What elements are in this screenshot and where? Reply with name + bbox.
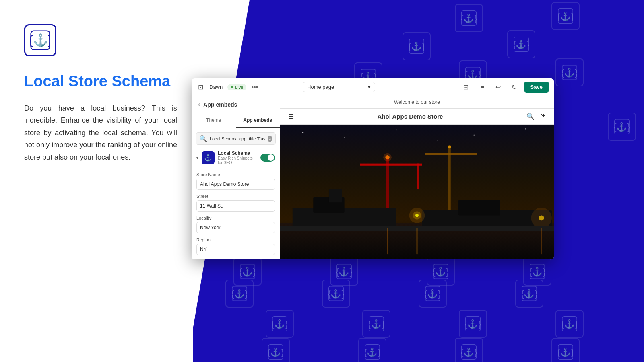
svg-point-54 bbox=[344, 137, 345, 138]
search-input[interactable] bbox=[210, 136, 265, 141]
sidebar-header: ‹ App embeds bbox=[192, 96, 280, 113]
app-embed-item: ▾ ⚓ Local Schema Easy Rich Snippets for … bbox=[192, 147, 280, 168]
night-scene-svg bbox=[280, 125, 554, 259]
anchor-pattern-icon: {⚓} bbox=[555, 310, 584, 338]
locality-input[interactable] bbox=[196, 222, 275, 233]
store-name-input[interactable] bbox=[196, 179, 275, 190]
svg-rect-67 bbox=[329, 189, 342, 202]
topbar-actions: ⊞ 🖥 ↩ ↻ Save bbox=[460, 81, 549, 94]
store-name-label: Store Name bbox=[196, 172, 275, 177]
search-icon[interactable]: 🔍 bbox=[526, 113, 535, 120]
sidebar-title: App embeds bbox=[203, 101, 237, 108]
page-selector[interactable]: Home page ▾ bbox=[303, 82, 375, 92]
svg-point-77 bbox=[539, 215, 544, 220]
search-icon: 🔍 bbox=[199, 135, 207, 142]
svg-text:{⚓}: {⚓} bbox=[514, 39, 529, 50]
editor-mockup: ⊡ Dawn Live ••• Home page ▾ ⊞ 🖥 ↩ ↻ Save… bbox=[192, 78, 554, 259]
svg-text:{⚓}: {⚓} bbox=[328, 289, 344, 299]
search-clear-button[interactable]: ✕ bbox=[268, 136, 272, 142]
app-icon: ⚓ bbox=[202, 151, 215, 164]
preview-nav: ☰ Ahoi Apps Demo Store 🔍 🛍 bbox=[280, 109, 554, 125]
street-label: Street bbox=[196, 194, 275, 199]
anchor-pattern-icon: {⚓} bbox=[455, 4, 483, 32]
save-button[interactable]: Save bbox=[524, 82, 549, 93]
svg-text:{⚓}: {⚓} bbox=[369, 319, 384, 329]
editor-topbar: ⊡ Dawn Live ••• Home page ▾ ⊞ 🖥 ↩ ↻ Save bbox=[192, 78, 554, 96]
back-arrow-icon[interactable]: ‹ bbox=[198, 101, 200, 108]
svg-text:{⚓}: {⚓} bbox=[562, 319, 577, 329]
more-options-button[interactable]: ••• bbox=[251, 84, 258, 91]
page-description: Do you have a local business? This is in… bbox=[24, 102, 177, 164]
live-label: Live bbox=[235, 85, 243, 90]
expand-arrow-icon[interactable]: ▾ bbox=[196, 156, 198, 160]
theme-name: Dawn bbox=[209, 84, 223, 90]
anchor-pattern-icon: {⚓} bbox=[225, 280, 254, 308]
editor-body: ‹ App embeds Theme App embeds 🔍 ✕ ▾ bbox=[192, 96, 554, 259]
anchor-pattern-icon: {⚓} bbox=[402, 32, 431, 60]
left-section: {⚓} Local Store Schema Do you have a loc… bbox=[0, 0, 193, 362]
svg-rect-69 bbox=[458, 200, 500, 216]
anchor-pattern-icon: {⚓} bbox=[459, 310, 487, 338]
svg-text:{⚓}: {⚓} bbox=[614, 122, 630, 132]
anchor-pattern-icon: {⚓} bbox=[555, 58, 584, 86]
svg-point-57 bbox=[525, 128, 526, 130]
svg-rect-62 bbox=[417, 164, 419, 189]
svg-text:{⚓}: {⚓} bbox=[530, 267, 545, 277]
hamburger-icon: ☰ bbox=[288, 113, 294, 120]
svg-point-71 bbox=[383, 153, 392, 162]
form-section: Store Name Street Locality Region bbox=[192, 168, 280, 255]
anchor-pattern-icon: {⚓} bbox=[455, 338, 483, 362]
svg-text:{⚓}: {⚓} bbox=[365, 347, 380, 358]
anchor-pattern-icon: {⚓} bbox=[358, 338, 386, 362]
logo-icon: {⚓} bbox=[30, 30, 50, 50]
svg-point-53 bbox=[302, 132, 303, 133]
anchor-pattern-icon: {⚓} bbox=[608, 113, 636, 141]
undo-button[interactable]: ↩ bbox=[492, 81, 505, 94]
svg-text:{⚓}: {⚓} bbox=[232, 289, 247, 299]
preview-store-name: Ahoi Apps Demo Store bbox=[378, 113, 443, 120]
street-input[interactable] bbox=[196, 200, 275, 212]
sidebar-tabs: Theme App embeds bbox=[192, 113, 280, 128]
svg-point-59 bbox=[437, 140, 438, 140]
anchor-pattern-icon: {⚓} bbox=[507, 30, 535, 58]
app-name: Local Schema bbox=[218, 150, 257, 156]
svg-text:{⚓}: {⚓} bbox=[240, 267, 255, 277]
bag-icon[interactable]: 🛍 bbox=[539, 113, 546, 120]
region-input[interactable] bbox=[196, 244, 275, 255]
svg-text:{⚓}: {⚓} bbox=[272, 319, 287, 329]
page-title: Local Store Schema bbox=[24, 72, 177, 91]
svg-text:{⚓}: {⚓} bbox=[558, 11, 573, 22]
editor-icon: ⊡ bbox=[196, 83, 204, 91]
editor-sidebar: ‹ App embeds Theme App embeds 🔍 ✕ ▾ bbox=[192, 96, 280, 259]
anchor-pattern-icon: {⚓} bbox=[362, 310, 390, 338]
tab-theme[interactable]: Theme bbox=[192, 113, 236, 128]
live-badge: Live bbox=[227, 84, 246, 90]
redo-button[interactable]: ↻ bbox=[508, 81, 521, 94]
search-bar: 🔍 ✕ bbox=[196, 132, 276, 145]
region-label: Region bbox=[196, 237, 275, 242]
svg-text:{⚓}: {⚓} bbox=[433, 267, 448, 277]
svg-text:{⚓}: {⚓} bbox=[409, 41, 424, 52]
grid-icon-button[interactable]: ⊞ bbox=[460, 81, 473, 94]
app-toggle[interactable] bbox=[260, 154, 275, 162]
svg-text:{⚓}: {⚓} bbox=[522, 289, 537, 299]
svg-point-55 bbox=[396, 130, 397, 131]
preview-image bbox=[280, 125, 554, 259]
app-subtitle: Easy Rich Snippets for SEO bbox=[218, 156, 257, 165]
svg-text:{⚓}: {⚓} bbox=[336, 267, 352, 277]
preview-welcome-bar: Welcome to our store bbox=[280, 96, 554, 109]
app-anchor-icon: ⚓ bbox=[204, 154, 212, 162]
logo-box: {⚓} bbox=[24, 24, 56, 56]
anchor-pattern-icon: {⚓} bbox=[551, 2, 580, 30]
svg-point-56 bbox=[473, 134, 475, 136]
anchor-pattern-icon: {⚓} bbox=[419, 280, 447, 308]
anchor-pattern-icon: {⚓} bbox=[551, 338, 580, 362]
live-dot bbox=[231, 86, 233, 88]
anchor-pattern-icon: {⚓} bbox=[266, 310, 294, 338]
svg-text:{⚓}: {⚓} bbox=[465, 319, 481, 329]
chevron-down-icon: ▾ bbox=[368, 84, 371, 90]
desktop-icon-button[interactable]: 🖥 bbox=[476, 81, 489, 94]
svg-text:{⚓}: {⚓} bbox=[558, 347, 573, 358]
svg-text:{⚓}: {⚓} bbox=[461, 347, 477, 358]
tab-app-embeds[interactable]: App embeds bbox=[236, 113, 280, 128]
